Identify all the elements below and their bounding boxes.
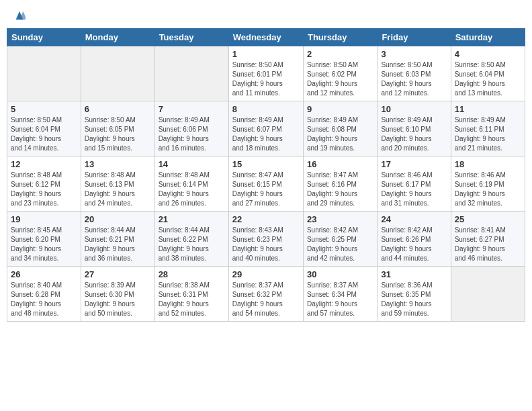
calendar-cell: 15Sunrise: 8:47 AMSunset: 6:15 PMDayligh… xyxy=(228,156,303,212)
header-friday: Friday xyxy=(378,29,451,46)
week-row-1: 1Sunrise: 8:50 AMSunset: 6:01 PMDaylight… xyxy=(7,46,525,101)
day-info: Sunrise: 8:50 AMSunset: 6:02 PMDaylight:… xyxy=(307,60,373,98)
day-number: 18 xyxy=(455,159,521,169)
logo-icon xyxy=(13,11,26,20)
calendar-cell xyxy=(451,267,525,322)
day-info: Sunrise: 8:50 AMSunset: 6:05 PMDaylight:… xyxy=(85,116,151,153)
day-info: Sunrise: 8:47 AMSunset: 6:15 PMDaylight:… xyxy=(232,171,300,208)
calendar-cell: 27Sunrise: 8:39 AMSunset: 6:30 PMDayligh… xyxy=(81,267,154,322)
day-number: 31 xyxy=(381,269,447,279)
calendar-cell: 5Sunrise: 8:50 AMSunset: 6:04 PMDaylight… xyxy=(7,101,81,156)
day-number: 2 xyxy=(307,49,373,59)
day-number: 19 xyxy=(11,214,77,224)
calendar-cell: 18Sunrise: 8:46 AMSunset: 6:19 PMDayligh… xyxy=(451,156,525,212)
day-number: 9 xyxy=(307,104,373,114)
day-info: Sunrise: 8:37 AMSunset: 6:32 PMDaylight:… xyxy=(232,281,300,318)
day-number: 27 xyxy=(85,269,151,279)
calendar-cell: 2Sunrise: 8:50 AMSunset: 6:02 PMDaylight… xyxy=(303,46,377,101)
calendar-cell: 9Sunrise: 8:49 AMSunset: 6:08 PMDaylight… xyxy=(303,101,377,156)
day-number: 26 xyxy=(11,269,77,279)
day-info: Sunrise: 8:40 AMSunset: 6:28 PMDaylight:… xyxy=(11,281,77,318)
header-monday: Monday xyxy=(81,29,154,46)
calendar-cell: 8Sunrise: 8:49 AMSunset: 6:07 PMDaylight… xyxy=(228,101,303,156)
day-number: 24 xyxy=(381,214,447,224)
day-info: Sunrise: 8:38 AMSunset: 6:31 PMDaylight:… xyxy=(159,281,225,318)
day-number: 3 xyxy=(381,49,447,59)
day-number: 7 xyxy=(159,104,225,114)
calendar-cell: 4Sunrise: 8:50 AMSunset: 6:04 PMDaylight… xyxy=(451,46,525,101)
day-number: 5 xyxy=(11,104,77,114)
day-info: Sunrise: 8:39 AMSunset: 6:30 PMDaylight:… xyxy=(85,281,151,318)
day-number: 17 xyxy=(381,159,447,169)
calendar-cell: 3Sunrise: 8:50 AMSunset: 6:03 PMDaylight… xyxy=(378,46,451,101)
day-number: 8 xyxy=(232,104,300,114)
day-number: 1 xyxy=(232,49,300,59)
logo xyxy=(12,11,26,20)
calendar-cell: 10Sunrise: 8:49 AMSunset: 6:10 PMDayligh… xyxy=(378,101,451,156)
day-number: 21 xyxy=(159,214,225,224)
day-info: Sunrise: 8:49 AMSunset: 6:10 PMDaylight:… xyxy=(381,116,447,153)
week-row-3: 12Sunrise: 8:48 AMSunset: 6:12 PMDayligh… xyxy=(7,156,525,212)
calendar-cell: 14Sunrise: 8:48 AMSunset: 6:14 PMDayligh… xyxy=(154,156,228,212)
calendar-cell: 13Sunrise: 8:48 AMSunset: 6:13 PMDayligh… xyxy=(81,156,154,212)
header-thursday: Thursday xyxy=(303,29,377,46)
calendar-cell: 28Sunrise: 8:38 AMSunset: 6:31 PMDayligh… xyxy=(154,267,228,322)
calendar-cell: 21Sunrise: 8:44 AMSunset: 6:22 PMDayligh… xyxy=(154,212,228,267)
day-number: 25 xyxy=(455,214,521,224)
day-number: 16 xyxy=(307,159,373,169)
day-number: 6 xyxy=(85,104,151,114)
day-info: Sunrise: 8:45 AMSunset: 6:20 PMDaylight:… xyxy=(11,226,77,263)
day-number: 30 xyxy=(307,269,373,279)
day-number: 28 xyxy=(159,269,225,279)
calendar-cell: 30Sunrise: 8:37 AMSunset: 6:34 PMDayligh… xyxy=(303,267,377,322)
day-info: Sunrise: 8:49 AMSunset: 6:08 PMDaylight:… xyxy=(307,116,373,153)
calendar-cell: 11Sunrise: 8:49 AMSunset: 6:11 PMDayligh… xyxy=(451,101,525,156)
calendar-cell: 25Sunrise: 8:41 AMSunset: 6:27 PMDayligh… xyxy=(451,212,525,267)
calendar-header-row: SundayMondayTuesdayWednesdayThursdayFrid… xyxy=(7,29,525,46)
day-info: Sunrise: 8:47 AMSunset: 6:16 PMDaylight:… xyxy=(307,171,373,208)
calendar-cell: 17Sunrise: 8:46 AMSunset: 6:17 PMDayligh… xyxy=(378,156,451,212)
week-row-2: 5Sunrise: 8:50 AMSunset: 6:04 PMDaylight… xyxy=(7,101,525,156)
header-saturday: Saturday xyxy=(451,29,525,46)
day-number: 13 xyxy=(85,159,151,169)
day-number: 23 xyxy=(307,214,373,224)
calendar-table: SundayMondayTuesdayWednesdayThursdayFrid… xyxy=(7,28,525,322)
day-info: Sunrise: 8:46 AMSunset: 6:17 PMDaylight:… xyxy=(381,171,447,208)
day-number: 29 xyxy=(232,269,300,279)
calendar-cell: 22Sunrise: 8:43 AMSunset: 6:23 PMDayligh… xyxy=(228,212,303,267)
day-info: Sunrise: 8:49 AMSunset: 6:11 PMDaylight:… xyxy=(455,116,521,153)
calendar-cell: 29Sunrise: 8:37 AMSunset: 6:32 PMDayligh… xyxy=(228,267,303,322)
calendar-cell: 23Sunrise: 8:42 AMSunset: 6:25 PMDayligh… xyxy=(303,212,377,267)
day-number: 14 xyxy=(159,159,225,169)
day-number: 22 xyxy=(232,214,300,224)
day-info: Sunrise: 8:37 AMSunset: 6:34 PMDaylight:… xyxy=(307,281,373,318)
week-row-5: 26Sunrise: 8:40 AMSunset: 6:28 PMDayligh… xyxy=(7,267,525,322)
day-info: Sunrise: 8:50 AMSunset: 6:04 PMDaylight:… xyxy=(455,60,521,98)
calendar-cell: 31Sunrise: 8:36 AMSunset: 6:35 PMDayligh… xyxy=(378,267,451,322)
day-number: 10 xyxy=(381,104,447,114)
calendar-cell: 7Sunrise: 8:49 AMSunset: 6:06 PMDaylight… xyxy=(154,101,228,156)
calendar-cell: 6Sunrise: 8:50 AMSunset: 6:05 PMDaylight… xyxy=(81,101,154,156)
header-sunday: Sunday xyxy=(7,29,81,46)
day-info: Sunrise: 8:48 AMSunset: 6:12 PMDaylight:… xyxy=(11,171,77,208)
calendar-cell: 26Sunrise: 8:40 AMSunset: 6:28 PMDayligh… xyxy=(7,267,81,322)
day-info: Sunrise: 8:44 AMSunset: 6:22 PMDaylight:… xyxy=(159,226,225,263)
day-info: Sunrise: 8:49 AMSunset: 6:06 PMDaylight:… xyxy=(159,116,225,153)
day-info: Sunrise: 8:48 AMSunset: 6:13 PMDaylight:… xyxy=(85,171,151,208)
calendar-cell xyxy=(7,46,81,101)
calendar-cell: 16Sunrise: 8:47 AMSunset: 6:16 PMDayligh… xyxy=(303,156,377,212)
day-number: 12 xyxy=(11,159,77,169)
calendar-cell: 20Sunrise: 8:44 AMSunset: 6:21 PMDayligh… xyxy=(81,212,154,267)
calendar-cell: 12Sunrise: 8:48 AMSunset: 6:12 PMDayligh… xyxy=(7,156,81,212)
calendar-cell: 24Sunrise: 8:42 AMSunset: 6:26 PMDayligh… xyxy=(378,212,451,267)
day-info: Sunrise: 8:50 AMSunset: 6:01 PMDaylight:… xyxy=(232,60,300,98)
header-wednesday: Wednesday xyxy=(228,29,303,46)
day-info: Sunrise: 8:44 AMSunset: 6:21 PMDaylight:… xyxy=(85,226,151,263)
day-info: Sunrise: 8:41 AMSunset: 6:27 PMDaylight:… xyxy=(455,226,521,263)
calendar-cell: 19Sunrise: 8:45 AMSunset: 6:20 PMDayligh… xyxy=(7,212,81,267)
day-info: Sunrise: 8:50 AMSunset: 6:03 PMDaylight:… xyxy=(381,60,447,98)
day-info: Sunrise: 8:49 AMSunset: 6:07 PMDaylight:… xyxy=(232,116,300,153)
calendar-cell xyxy=(81,46,154,101)
day-number: 4 xyxy=(455,49,521,59)
day-info: Sunrise: 8:48 AMSunset: 6:14 PMDaylight:… xyxy=(159,171,225,208)
